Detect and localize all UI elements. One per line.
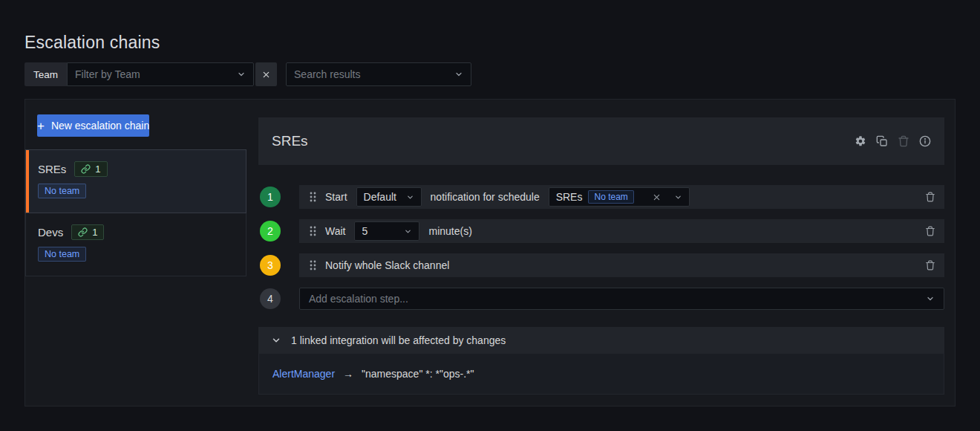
step-number-badge: 1	[260, 187, 281, 207]
escalation-step-3: 3 Notify whole Slack channel	[258, 253, 944, 277]
linked-integration-row: AlertManager → "namespace" *: *"ops-.*"	[258, 354, 944, 395]
page-title: Escalation chains	[24, 33, 160, 53]
link-icon	[81, 164, 91, 174]
schedule-value: SREs	[556, 191, 583, 203]
team-filter-select[interactable]: Filter by Team	[67, 62, 254, 86]
linked-count: 1	[95, 163, 100, 175]
chevron-down-icon	[237, 70, 246, 79]
step-number-badge: 4	[260, 288, 281, 309]
chain-name: Devs	[38, 226, 63, 239]
linked-integrations-summary: 1 linked integration will be affected by…	[291, 334, 506, 346]
schedule-team-badge: No team	[588, 190, 633, 204]
chevron-down-icon	[404, 227, 412, 236]
chain-name: SREs	[38, 163, 66, 175]
step-number-badge: 3	[260, 255, 281, 276]
new-escalation-chain-button[interactable]: + New escalation chain	[37, 114, 149, 137]
chain-detail-title: SREs	[272, 133, 308, 149]
route-expression: "namespace" *: *"ops-.*"	[362, 368, 474, 380]
clear-schedule-icon[interactable]	[653, 193, 661, 201]
step-label: Start	[325, 191, 347, 203]
escalation-step-add: 4 Add escalation step...	[258, 288, 944, 310]
plus-icon: +	[37, 120, 45, 132]
escalation-step-1: 1 Start Default notification for schedul…	[258, 185, 944, 209]
delete-step-trash-icon[interactable]	[924, 190, 937, 204]
copy-icon[interactable]	[876, 135, 888, 147]
linked-integrations-badge: 1	[74, 161, 107, 177]
linked-count: 1	[92, 227, 97, 238]
chevron-down-icon	[454, 70, 463, 79]
close-icon	[262, 71, 270, 79]
chevron-down-icon	[926, 294, 935, 303]
schedule-select[interactable]: SREs No team	[549, 187, 690, 207]
delete-step-trash-icon[interactable]	[924, 224, 937, 238]
step-label: Wait	[325, 225, 345, 237]
escalation-steps: 1 Start Default notification for schedul…	[258, 185, 944, 310]
chain-item-sres[interactable]: SREs 1 No team	[25, 149, 246, 213]
step-label: notification for schedule	[431, 191, 540, 203]
step-label: Notify whole Slack channel	[325, 259, 449, 271]
notification-policy-select[interactable]: Default	[356, 187, 422, 207]
policy-value: Default	[364, 191, 396, 203]
info-icon[interactable]	[919, 135, 931, 147]
arrow-right-icon: →	[343, 368, 353, 380]
selected-indicator-bar	[26, 150, 29, 213]
chain-detail-header: SREs	[258, 117, 944, 165]
escalation-step-2: 2 Wait 5 minute(s)	[258, 219, 944, 243]
chevron-down-icon	[271, 335, 281, 346]
step-row-box: Start Default notification for schedule …	[299, 185, 944, 209]
linked-integrations-toggle[interactable]: 1 linked integration will be affected by…	[258, 327, 944, 354]
delete-trash-icon[interactable]	[898, 135, 909, 147]
search-results-placeholder: Search results	[294, 68, 360, 80]
link-icon	[78, 227, 88, 237]
search-results-select[interactable]: Search results	[286, 62, 471, 86]
escalation-chains-panel: + New escalation chain SREs 1 No team De…	[24, 99, 956, 406]
settings-gear-icon[interactable]	[855, 135, 866, 147]
clear-team-filter-button[interactable]	[255, 62, 277, 86]
linked-integrations-badge: 1	[71, 224, 104, 240]
integration-link[interactable]: AlertManager	[272, 368, 335, 380]
new-escalation-chain-label: New escalation chain	[51, 120, 149, 132]
drag-handle-icon[interactable]	[310, 260, 316, 270]
delete-step-trash-icon[interactable]	[924, 259, 937, 272]
filter-bar: Team Filter by Team Search results	[24, 62, 471, 86]
wait-value: 5	[362, 225, 368, 237]
chevron-down-icon	[667, 193, 682, 201]
chevron-down-icon	[406, 193, 414, 201]
chain-list: SREs 1 No team Devs 1 No team	[25, 149, 246, 276]
drag-handle-icon[interactable]	[310, 226, 316, 236]
add-escalation-step-select[interactable]: Add escalation step...	[299, 288, 944, 310]
team-filter-label: Team	[24, 62, 67, 86]
add-step-placeholder: Add escalation step...	[309, 293, 408, 305]
step-row-box: Wait 5 minute(s)	[299, 219, 944, 243]
wait-duration-select[interactable]: 5	[354, 221, 419, 241]
step-label: minute(s)	[428, 225, 471, 237]
drag-handle-icon[interactable]	[310, 192, 316, 202]
linked-integrations-section: 1 linked integration will be affected by…	[258, 327, 944, 395]
team-badge: No team	[38, 184, 86, 198]
team-filter-placeholder: Filter by Team	[75, 68, 140, 80]
team-badge: No team	[38, 247, 86, 262]
step-row-box: Notify whole Slack channel	[299, 253, 944, 277]
chains-sidebar: + New escalation chain SREs 1 No team De…	[25, 100, 246, 406]
chain-detail: SREs 1	[258, 117, 944, 395]
step-number-badge: 2	[260, 221, 281, 242]
chain-item-devs[interactable]: Devs 1 No team	[25, 213, 246, 276]
